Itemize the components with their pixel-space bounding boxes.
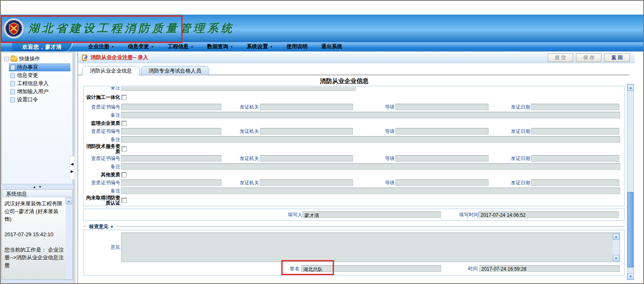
system-info-header: 系统信息 xyxy=(2,190,72,197)
remark-input[interactable] xyxy=(121,163,620,170)
grade-input[interactable] xyxy=(395,128,489,135)
menu-enterprise-register[interactable]: 企业注册 xyxy=(87,42,116,51)
sidebar-item-project-entry[interactable]: 工程信息录入 xyxy=(9,79,72,88)
tree-item-label: 待办事宜 xyxy=(17,64,38,71)
save-button[interactable]: 保 存 xyxy=(576,53,601,62)
remark-label: 备注 xyxy=(84,112,120,119)
document-icon xyxy=(11,73,15,78)
filler-input[interactable]: 廖才清 xyxy=(302,211,441,218)
opinion-scrollbar[interactable]: ▲ ▼ xyxy=(613,233,619,261)
qualification-section: 监理企业资质 资质证书编号 发证机关 等级 发证日期 备注 xyxy=(84,119,624,143)
submit-button[interactable]: 提 交 xyxy=(548,53,573,62)
scroll-down-icon[interactable]: ▼ xyxy=(613,255,619,261)
issue-date-input[interactable] xyxy=(531,128,619,135)
issuer-input[interactable] xyxy=(260,104,353,110)
chevron-down-icon: ▼ xyxy=(110,225,114,229)
cert-no-label: 资质证书编号 xyxy=(84,128,120,135)
scroll-track[interactable] xyxy=(613,240,619,255)
review-time-input[interactable]: 2017-07-24 16:59:28 xyxy=(479,265,620,272)
qualification-section: 设计施工一体化 资质证书编号 发证机关 等级 发证日期 备注 xyxy=(84,92,624,119)
cert-no-input[interactable] xyxy=(121,179,221,186)
issue-date-input[interactable] xyxy=(531,179,619,186)
collapse-handle[interactable]: ◀ ▶ xyxy=(70,156,74,179)
remark-row: 备注 xyxy=(84,162,624,171)
issue-date-input[interactable] xyxy=(531,104,619,110)
sidebar-item-add-user[interactable]: 增加输入用户 xyxy=(9,88,72,96)
sysinfo-scrollbar[interactable]: ▲ xyxy=(66,198,72,279)
menu-logout[interactable]: 退出系统 xyxy=(320,42,344,51)
cert-no-label: 资质证书编号 xyxy=(84,155,120,162)
no-cert-row: 尚未取得消防资质认证 xyxy=(84,195,624,206)
grade-input[interactable] xyxy=(395,155,489,162)
menu-user-guide[interactable]: 使用说明 xyxy=(285,42,309,51)
issuer-input[interactable] xyxy=(260,179,353,186)
remark-input[interactable] xyxy=(121,112,620,118)
filler-time-input[interactable]: 2017-07-24 14:06:52 xyxy=(478,211,619,218)
remark-row: 备注 xyxy=(84,135,624,143)
collapse-minus-icon[interactable]: − xyxy=(4,57,9,61)
tree-item-label: 工程信息录入 xyxy=(17,80,49,87)
menu-data-query[interactable]: 数据查询 xyxy=(206,42,235,51)
clipped-row: 备注 xyxy=(84,87,624,92)
toolbar: 提 交 保 存 返 回 xyxy=(548,53,630,62)
section-checkbox[interactable] xyxy=(121,95,127,100)
cert-no-input[interactable] xyxy=(121,155,221,162)
form-title: 消防从业企业信息 xyxy=(78,77,610,85)
document-icon xyxy=(11,89,15,94)
clipped-input[interactable] xyxy=(121,87,356,91)
section-head: 其他资质 xyxy=(84,171,624,179)
scrollbar-thumb[interactable] xyxy=(627,192,633,267)
remark-input[interactable] xyxy=(121,188,620,194)
section-checkbox[interactable] xyxy=(121,121,127,126)
scroll-up-icon[interactable]: ▲ xyxy=(627,84,634,91)
tab-qualified-personnel[interactable]: 消防专业考试合格人员 xyxy=(141,66,209,75)
issuer-input[interactable] xyxy=(260,128,353,135)
main-scrollbar[interactable]: ▲ ▼ xyxy=(627,84,634,280)
tree-item-label: 设置口令 xyxy=(17,96,38,103)
sidebar-panel-splitter[interactable]: ▲ ▼ xyxy=(2,185,73,189)
sign-input[interactable]: 湖北总队 xyxy=(301,265,441,272)
opinion-textarea[interactable]: ▲ ▼ xyxy=(121,233,620,262)
menu-project-info[interactable]: 工程信息 xyxy=(166,42,195,51)
filler-box: 填写人 廖才清 填写时间 2017-07-24 14:06:52 xyxy=(83,209,625,221)
sidebar-item-info-change[interactable]: 信息变更 xyxy=(9,71,72,79)
section-label: 设计施工一体化 xyxy=(84,95,120,100)
tree-root-row[interactable]: − 快捷操作 xyxy=(2,53,72,63)
tree-item-label: 增加输入用户 xyxy=(17,88,49,95)
grade-label: 等级 xyxy=(353,104,395,111)
issuer-input[interactable] xyxy=(260,155,353,162)
cert-no-input[interactable] xyxy=(121,128,221,135)
filler-time-label: 填写时间 xyxy=(441,211,478,218)
sidebar-item-todo[interactable]: 待办事宜 xyxy=(9,63,70,71)
grade-input[interactable] xyxy=(395,104,489,110)
cert-no-input[interactable] xyxy=(121,104,221,110)
section-label: 监理企业资质 xyxy=(84,121,120,126)
menu-system-settings[interactable]: 系统设置 xyxy=(245,42,274,51)
remark-input[interactable] xyxy=(121,136,620,143)
scroll-up-icon[interactable]: ▲ xyxy=(66,198,72,204)
back-button[interactable]: 返 回 xyxy=(604,53,630,62)
issue-date-input[interactable] xyxy=(531,155,619,162)
opinion-label: 意见 xyxy=(84,233,120,262)
section-checkbox[interactable] xyxy=(121,172,127,177)
section-checkbox[interactable] xyxy=(121,146,127,152)
quick-actions-tree: − 快捷操作 待办事宜 信息变更 工程信息录入 xyxy=(2,52,73,184)
review-title[interactable]: 核查意见▼ xyxy=(87,223,116,230)
grade-label: 等级 xyxy=(353,179,395,186)
sidebar-main-splitter[interactable]: ◀ ▶ xyxy=(74,51,78,284)
sidebar-item-set-password[interactable]: 设置口令 xyxy=(9,96,72,104)
scroll-up-icon[interactable]: ▲ xyxy=(613,233,619,240)
issuer-label: 发证机关 xyxy=(221,179,259,186)
form-entry-icon xyxy=(81,54,88,61)
tab-enterprise-info[interactable]: 消防从业企业信息 xyxy=(82,66,140,75)
app-banner: 湖北省建设工程消防质量管理系统 xyxy=(1,15,643,42)
remark-label-clipped: 备注 xyxy=(84,87,120,91)
system-info-panel: 系统信息 武汉好来屋装饰工程有限公司--廖才清 (好来屋装饰) 2017-07-… xyxy=(2,189,73,280)
scroll-down-icon[interactable]: ▼ xyxy=(627,273,634,280)
welcome-text: 欢迎您，廖才清 xyxy=(22,43,62,51)
menu-info-change[interactable]: 信息变更 xyxy=(126,42,155,51)
no-cert-checkbox[interactable] xyxy=(121,198,127,203)
qualification-section: 消防技术服务资质 资质证书编号 发证机关 等级 发证日期 备注 xyxy=(84,143,624,171)
sysinfo-datetime: 2017-07-29 15:42:10 xyxy=(4,231,64,238)
grade-input[interactable] xyxy=(395,179,489,186)
